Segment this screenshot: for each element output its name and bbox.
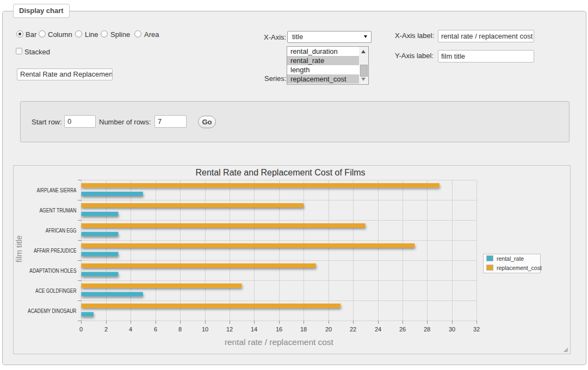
svg-text:0: 0 xyxy=(79,326,83,333)
svg-text:Rental Rate and Replacement Co: Rental Rate and Replacement Cost of Film… xyxy=(195,168,365,177)
svg-text:AFFAIR PREJUDICE: AFFAIR PREJUDICE xyxy=(34,248,77,254)
svg-text:26: 26 xyxy=(399,326,406,333)
svg-text:AFRICAN EGG: AFRICAN EGG xyxy=(46,228,77,234)
svg-text:18: 18 xyxy=(300,326,307,333)
svg-text:22: 22 xyxy=(350,326,356,333)
svg-text:10: 10 xyxy=(202,326,208,333)
svg-text:AGENT TRUMAN: AGENT TRUMAN xyxy=(39,208,76,214)
svg-text:16: 16 xyxy=(276,326,282,333)
svg-text:ACE GOLDFINGER: ACE GOLDFINGER xyxy=(35,288,77,294)
svg-text:2: 2 xyxy=(104,326,108,333)
svg-text:film title: film title xyxy=(14,235,23,262)
svg-text:rental_rate: rental_rate xyxy=(497,255,524,262)
svg-text:28: 28 xyxy=(424,326,430,333)
svg-text:AIRPLANE SIERRA: AIRPLANE SIERRA xyxy=(36,187,76,193)
svg-text:ADAPTATION HOLES: ADAPTATION HOLES xyxy=(29,268,77,274)
svg-text:ACADEMY DINOSAUR: ACADEMY DINOSAUR xyxy=(28,308,77,314)
svg-text:12: 12 xyxy=(226,326,233,333)
svg-text:8: 8 xyxy=(178,326,182,333)
svg-text:4: 4 xyxy=(129,326,132,333)
svg-text:replacement_cost: replacement_cost xyxy=(497,265,542,271)
svg-text:20: 20 xyxy=(325,326,332,333)
svg-text:32: 32 xyxy=(473,326,480,333)
svg-text:6: 6 xyxy=(154,326,157,333)
svg-text:rental rate / replacement cost: rental rate / replacement cost xyxy=(225,337,334,347)
svg-text:24: 24 xyxy=(375,326,381,333)
svg-text:14: 14 xyxy=(251,326,257,333)
svg-text:30: 30 xyxy=(449,326,455,333)
